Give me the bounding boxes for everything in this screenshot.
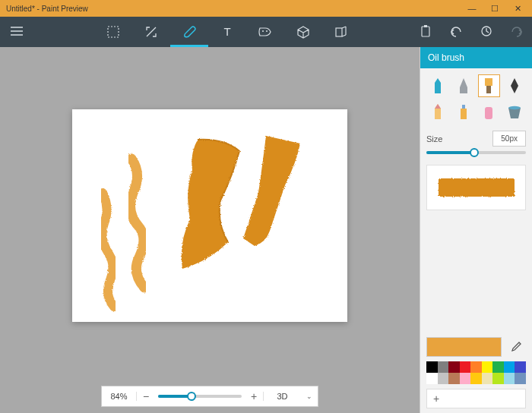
main-area: 84% − + 3D ⌄ Oil brush Size 50px bbox=[0, 47, 532, 413]
palette-swatch[interactable] bbox=[515, 373, 526, 384]
title-bar: Untitled* - Paint Preview — ☐ ✕ bbox=[0, 0, 532, 17]
brush-spray[interactable] bbox=[452, 100, 475, 123]
svg-rect-13 bbox=[424, 25, 427, 27]
palette-swatch[interactable] bbox=[448, 361, 460, 373]
size-label: Size bbox=[426, 134, 442, 143]
menu-button[interactable] bbox=[0, 25, 33, 39]
svg-marker-21 bbox=[435, 104, 441, 109]
canvas-area: 84% − + 3D ⌄ bbox=[0, 47, 420, 413]
zoom-slider[interactable] bbox=[158, 395, 242, 398]
svg-point-7 bbox=[266, 30, 268, 32]
history-button[interactable] bbox=[471, 25, 502, 39]
main-toolbar: T bbox=[0, 17, 532, 47]
add-color-button[interactable]: + bbox=[426, 389, 526, 408]
svg-marker-15 bbox=[435, 78, 441, 93]
view-dropdown-icon[interactable]: ⌄ bbox=[301, 393, 318, 400]
svg-rect-18 bbox=[486, 86, 491, 93]
maximize-button[interactable]: ☐ bbox=[483, 4, 506, 14]
size-row: Size 50px bbox=[426, 131, 526, 147]
svg-rect-22 bbox=[461, 109, 467, 119]
zoom-out-button[interactable]: − bbox=[137, 390, 155, 402]
svg-marker-19 bbox=[511, 78, 518, 93]
palette-swatch[interactable] bbox=[470, 361, 482, 373]
brush-pen[interactable] bbox=[503, 74, 526, 97]
svg-point-6 bbox=[262, 30, 264, 32]
svg-rect-12 bbox=[422, 27, 429, 36]
canvas[interactable] bbox=[72, 109, 347, 322]
svg-rect-26 bbox=[439, 178, 515, 197]
crop-tool[interactable] bbox=[132, 17, 170, 47]
brush-calligraphy[interactable] bbox=[452, 74, 475, 97]
svg-rect-17 bbox=[485, 78, 492, 86]
svg-rect-23 bbox=[462, 105, 465, 109]
palette-swatch[interactable] bbox=[448, 373, 460, 384]
palette-swatch[interactable] bbox=[438, 373, 449, 384]
brush-eraser[interactable] bbox=[478, 100, 501, 123]
svg-line-9 bbox=[342, 27, 346, 28]
brush-oil[interactable] bbox=[478, 74, 501, 97]
sidebar-content: Size 50px + bbox=[420, 68, 532, 413]
text-tool[interactable]: T bbox=[208, 17, 246, 47]
svg-rect-24 bbox=[485, 107, 492, 119]
palette-swatch[interactable] bbox=[492, 361, 504, 373]
palette-swatch[interactable] bbox=[492, 373, 504, 384]
brush-grid bbox=[426, 74, 526, 123]
models-3d-tool[interactable] bbox=[322, 17, 360, 47]
palette-swatch[interactable] bbox=[482, 373, 493, 384]
size-value[interactable]: 50px bbox=[492, 131, 526, 147]
palette-swatch[interactable] bbox=[515, 361, 526, 373]
view-3d-button[interactable]: 3D bbox=[263, 392, 301, 401]
svg-rect-8 bbox=[336, 28, 342, 36]
eyedropper-button[interactable] bbox=[506, 337, 526, 357]
palette-swatch[interactable] bbox=[470, 373, 482, 384]
svg-marker-16 bbox=[460, 78, 467, 93]
canvas-strokes bbox=[72, 109, 347, 322]
sticker-tool[interactable] bbox=[246, 17, 284, 47]
shapes-3d-tool[interactable] bbox=[284, 17, 322, 47]
minimize-button[interactable]: — bbox=[461, 4, 483, 13]
palette-swatch[interactable] bbox=[460, 373, 471, 384]
redo-button[interactable] bbox=[502, 26, 532, 39]
paste-button[interactable] bbox=[410, 25, 441, 39]
svg-text:T: T bbox=[223, 25, 230, 38]
window-title: Untitled* - Paint Preview bbox=[3, 5, 461, 13]
palette-swatch[interactable] bbox=[460, 361, 471, 373]
brush-fill[interactable] bbox=[503, 100, 526, 123]
palette-swatch[interactable] bbox=[482, 361, 493, 373]
palette-swatch[interactable] bbox=[438, 361, 449, 373]
brush-marker[interactable] bbox=[426, 74, 449, 97]
brush-tool[interactable] bbox=[170, 17, 208, 47]
plus-icon: + bbox=[433, 393, 439, 405]
sidebar: Oil brush Size 50px bbox=[420, 47, 532, 413]
zoom-bar: 84% − + 3D ⌄ bbox=[101, 386, 318, 407]
brush-preview bbox=[426, 165, 526, 210]
palette-swatch[interactable] bbox=[426, 361, 438, 373]
zoom-in-button[interactable]: + bbox=[245, 390, 263, 402]
undo-button[interactable] bbox=[441, 26, 471, 39]
current-color-swatch[interactable] bbox=[426, 337, 502, 357]
color-row bbox=[426, 337, 526, 357]
sidebar-header: Oil brush bbox=[420, 47, 532, 68]
svg-line-10 bbox=[342, 35, 346, 36]
color-palette bbox=[426, 361, 526, 384]
palette-swatch[interactable] bbox=[504, 373, 515, 384]
select-tool[interactable] bbox=[94, 17, 132, 47]
palette-swatch[interactable] bbox=[426, 373, 438, 384]
brush-pencil[interactable] bbox=[426, 100, 449, 123]
close-button[interactable]: ✕ bbox=[506, 4, 529, 14]
svg-line-4 bbox=[147, 27, 156, 36]
zoom-value[interactable]: 84% bbox=[102, 392, 137, 401]
palette-swatch[interactable] bbox=[504, 361, 515, 373]
svg-rect-3 bbox=[108, 27, 119, 37]
svg-point-25 bbox=[508, 106, 521, 109]
size-slider[interactable] bbox=[426, 151, 526, 154]
